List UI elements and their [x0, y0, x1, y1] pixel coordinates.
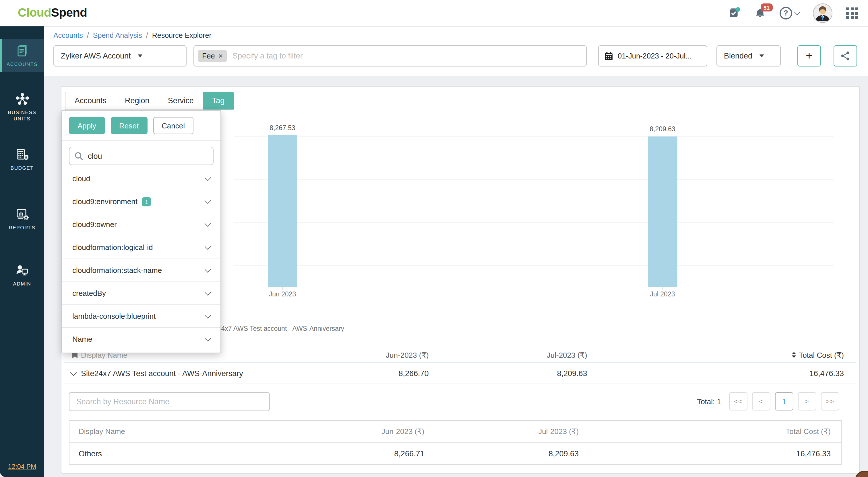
help-icon[interactable]: ?: [780, 7, 799, 20]
breadcrumb: Accounts/Spend Analysis/Resource Explore…: [53, 32, 212, 40]
tag-item-lambda-console-blueprint[interactable]: lambda-console:blueprint: [62, 304, 220, 327]
column-display-name: Display Name: [69, 427, 270, 436]
chart-bar-jun-2023[interactable]: [268, 135, 297, 287]
pagination-page[interactable]: 1: [775, 392, 794, 410]
tag-search-input[interactable]: [69, 147, 214, 165]
tab-region[interactable]: Region: [116, 92, 159, 109]
sidebar-item-label: BUSINESS UNITS: [1, 109, 43, 122]
cloudspend-logo[interactable]: CloudSpend: [18, 6, 87, 20]
tag-item-cloud9-owner[interactable]: cloud9:owner: [62, 213, 220, 236]
chevron-down-icon: [205, 289, 211, 296]
current-time[interactable]: 12:04 PM: [0, 463, 44, 470]
sort-icon: [792, 352, 796, 358]
tag-item-label: createdBy: [72, 289, 106, 298]
breadcrumb-separator: /: [146, 32, 148, 40]
jun-cost-value: 8,266.70: [270, 369, 429, 378]
bar-value-label: 8,209.63: [628, 126, 697, 132]
chip-close-icon[interactable]: ×: [218, 52, 223, 60]
chevron-down-icon: [205, 220, 211, 227]
chart-gridline: [234, 136, 834, 137]
caret-down-icon: [759, 55, 764, 57]
dimension-tabs: AccountsRegionServiceTag: [65, 92, 234, 110]
sidebar-item-admin[interactable]: ADMIN: [0, 259, 44, 292]
expand-chevron-icon[interactable]: [70, 369, 77, 376]
column-total-cost: Total Cost (₹): [579, 427, 841, 436]
jul-cost-value: 8,209.63: [424, 449, 579, 458]
chart-gridline: [234, 201, 834, 201]
chart-bar-jul-2023[interactable]: [648, 136, 677, 287]
column-jul-2023[interactable]: Jul-2023 (₹): [429, 350, 587, 359]
breadcrumb-accounts[interactable]: Accounts: [53, 32, 83, 40]
chart-gridline: [234, 158, 834, 158]
sidebar-item-reports[interactable]: REPORTS: [0, 202, 44, 236]
date-range-value: 01-Jun-2023 - 20-Jul...: [618, 52, 692, 60]
header-icons: 51 ?: [728, 0, 858, 26]
user-avatar[interactable]: [813, 3, 832, 23]
resource-search-input[interactable]: [69, 392, 270, 411]
cost-type-selector[interactable]: Blended: [716, 45, 781, 67]
sidebar-items: ACCOUNTSBUSINESS UNITSBUDGETREPORTSADMIN: [0, 39, 44, 292]
sidebar-item-business-units[interactable]: BUSINESS UNITS: [0, 87, 44, 127]
tab-service[interactable]: Service: [159, 92, 203, 109]
tag-filter-input[interactable]: Fee × Specify a tag to filter: [193, 45, 587, 67]
pagination-next[interactable]: >: [798, 392, 816, 410]
search-icon: [74, 151, 84, 161]
summary-table-row[interactable]: Site24x7 AWS Test account - AWS-Annivers…: [64, 364, 857, 384]
chart-gridline: [234, 244, 834, 244]
resource-table-row[interactable]: Others 8,266.71 8,209.63 16,476.33: [69, 443, 841, 465]
tag-item-createdby[interactable]: createdBy: [62, 281, 220, 304]
notifications-bell-icon[interactable]: 51: [754, 7, 766, 19]
chevron-down-icon: [205, 335, 211, 342]
tag-item-cloudformation-logical-id[interactable]: cloudformation:logical-id: [62, 236, 220, 259]
logo-cloud: Cloud: [18, 6, 51, 19]
column-total-cost[interactable]: Total Cost (₹): [587, 350, 857, 359]
pagination-last[interactable]: >>: [821, 392, 839, 410]
cost-type-value: Blended: [724, 52, 752, 60]
tag-item-label: cloudformation:logical-id: [72, 243, 153, 252]
tag-item-label: cloudformation:stack-name: [72, 266, 162, 275]
resource-table-header: Display Name Jun-2023 (₹) Jul-2023 (₹) T…: [69, 421, 841, 443]
apply-button[interactable]: Apply: [69, 117, 105, 134]
share-button[interactable]: [834, 45, 857, 67]
total-cost-value: 16,476.33: [579, 449, 841, 458]
jun-cost-value: 8,266.71: [270, 449, 425, 458]
sidebar: ACCOUNTSBUSINESS UNITSBUDGETREPORTSADMIN…: [0, 26, 44, 477]
tasks-icon[interactable]: [728, 7, 741, 20]
reset-button[interactable]: Reset: [111, 117, 147, 134]
pagination: Total: 1 <<<1>>>: [697, 392, 839, 410]
account-selector[interactable]: Zylker AWS Account: [53, 45, 187, 67]
tag-item-label: cloud: [72, 174, 90, 183]
tag-item-cloud[interactable]: cloud: [62, 167, 220, 190]
sidebar-item-label: ACCOUNTS: [1, 61, 43, 68]
sidebar-item-label: ADMIN: [1, 281, 43, 287]
tag-item-label: cloud9:owner: [72, 220, 117, 229]
add-button[interactable]: +: [797, 45, 821, 67]
selected-count-badge: 1: [142, 197, 151, 206]
total-count-label: Total: 1: [697, 397, 721, 406]
pagination-prev[interactable]: <: [752, 392, 770, 410]
cancel-button[interactable]: Cancel: [153, 117, 193, 134]
apps-grid-icon[interactable]: [846, 7, 858, 19]
legend-label: Site24x7 AWS Test account - AWS-Annivers…: [206, 325, 344, 332]
chart-gridline: [234, 222, 834, 223]
breadcrumb-current: Resource Explorer: [152, 32, 212, 40]
resource-name: Others: [69, 449, 270, 458]
cloudspend-app: CloudSpend 51 ?: [0, 0, 868, 477]
tab-tag[interactable]: Tag: [203, 92, 234, 109]
column-jul-2023: Jul-2023 (₹): [424, 427, 579, 436]
tag-item-name[interactable]: Name: [62, 327, 220, 350]
pagination-first[interactable]: <<: [729, 392, 747, 410]
column-jun-2023[interactable]: Jun-2023 (₹): [270, 350, 429, 359]
sidebar-item-budget[interactable]: BUDGET: [0, 143, 44, 176]
chevron-down-icon: [794, 9, 800, 15]
tag-chip-label: Fee: [202, 52, 215, 60]
bar-value-label: 8,267.53: [248, 125, 317, 131]
date-range-picker[interactable]: 01-Jun-2023 - 20-Jul...: [598, 45, 707, 67]
breadcrumb-spend-analysis[interactable]: Spend Analysis: [93, 32, 142, 40]
x-axis-label: Jul 2023: [628, 291, 697, 298]
tab-accounts[interactable]: Accounts: [65, 92, 116, 109]
sidebar-item-accounts[interactable]: ACCOUNTS: [0, 39, 44, 72]
notification-badge: 51: [761, 3, 772, 11]
tag-item-cloud9-environment[interactable]: cloud9:environment1: [62, 190, 220, 213]
tag-item-cloudformation-stack-name[interactable]: cloudformation:stack-name: [62, 259, 220, 281]
